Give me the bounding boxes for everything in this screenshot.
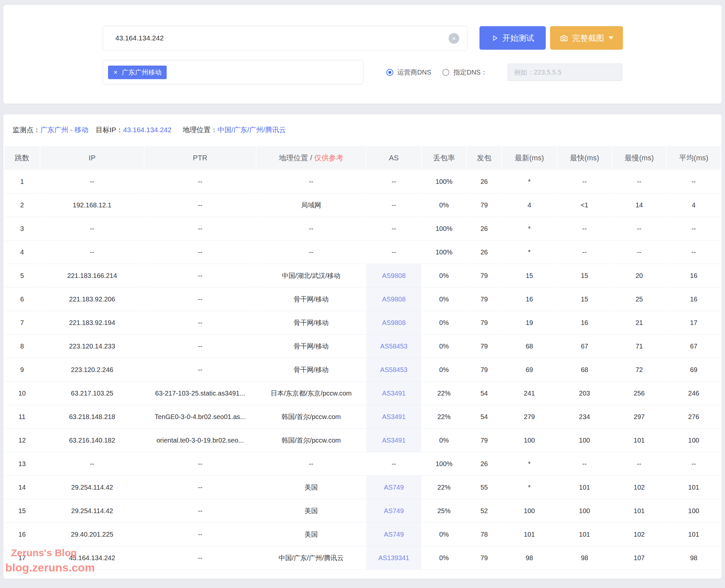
node-value-link[interactable]: 广东广州 - 移动 xyxy=(40,126,88,133)
table-row: 1263.216.140.182oriental.te0-3-0-19.br02… xyxy=(4,429,721,452)
cell-avg: -- xyxy=(667,240,721,264)
cell-fastest: <1 xyxy=(557,193,612,217)
as-link[interactable]: AS9808 xyxy=(382,272,406,279)
node-tag[interactable]: ✕ 广东广州移动 xyxy=(108,66,167,79)
cell-fastest: -- xyxy=(557,240,612,264)
cell-loss: 0% xyxy=(422,523,466,546)
cell-sent: 26 xyxy=(467,170,501,193)
as-link[interactable]: AS3491 xyxy=(382,413,406,420)
cell-loss: 100% xyxy=(422,217,466,240)
start-test-label: 开始测试 xyxy=(502,33,534,43)
full-screenshot-label: 完整截图 xyxy=(572,33,604,43)
cell-ip: 221.183.166.214 xyxy=(40,264,144,288)
cell-hop: 11 xyxy=(4,405,40,429)
clear-input-icon[interactable]: ✕ xyxy=(449,33,459,44)
as-link[interactable]: AS9808 xyxy=(382,319,406,326)
cell-slowest: -- xyxy=(612,240,666,264)
as-link[interactable]: AS749 xyxy=(384,484,403,491)
cell-ptr: -- xyxy=(144,193,256,217)
cell-ip: 223.120.14.233 xyxy=(40,335,144,358)
cell-as: AS58453 xyxy=(367,358,421,382)
table-row: 8223.120.14.233--骨干网/移动AS584530%79686771… xyxy=(4,335,721,358)
cell-fastest: -- xyxy=(557,217,612,240)
cell-avg: 101 xyxy=(667,476,721,499)
table-row: 4--------100%26*------ xyxy=(4,240,721,264)
cell-geo: 美国 xyxy=(256,476,366,499)
table-row: 7221.183.92.194--骨干网/移动AS98080%791916211… xyxy=(4,311,721,335)
cell-slowest: 101 xyxy=(612,429,666,452)
as-link[interactable]: AS58453 xyxy=(380,366,407,373)
cell-latest: 279 xyxy=(502,405,557,429)
as-link[interactable]: AS749 xyxy=(384,507,403,514)
cell-loss: 22% xyxy=(422,476,466,499)
cell-latest: 4 xyxy=(502,193,557,217)
node-label: 监测点： xyxy=(13,126,40,133)
col-header-sent: 发包 xyxy=(467,146,501,170)
cell-as: -- xyxy=(367,452,421,476)
cell-as: AS3491 xyxy=(367,405,421,429)
cell-fastest: 67 xyxy=(557,335,612,358)
as-link[interactable]: AS58453 xyxy=(380,342,407,350)
as-link[interactable]: AS139341 xyxy=(378,554,409,562)
cell-loss: 0% xyxy=(422,358,466,382)
carrier-dns-radio[interactable] xyxy=(386,69,393,76)
cell-geo: -- xyxy=(256,217,366,240)
cell-latest: 15 xyxy=(502,264,557,288)
cell-slowest: 107 xyxy=(612,546,666,570)
target-ip-input[interactable] xyxy=(103,26,467,50)
as-link[interactable]: AS9808 xyxy=(382,295,406,303)
cell-ip: 192.168.12.1 xyxy=(40,193,144,217)
node-select-box[interactable]: ✕ 广东广州移动 xyxy=(103,60,364,84)
cell-latest: 69 xyxy=(502,358,557,382)
table-row: 5221.183.166.214--中国/湖北/武汉/移动AS98080%791… xyxy=(4,264,721,288)
cell-ptr: TenGE0-3-0-4.br02.seo01.as... xyxy=(144,405,256,429)
table-row: 3--------100%26*------ xyxy=(4,217,721,240)
as-link[interactable]: AS3491 xyxy=(382,390,406,397)
cell-latest: * xyxy=(502,240,557,264)
camera-icon xyxy=(560,34,568,42)
table-row: 1743.164.134.242--中国/广东/广州/腾讯云AS1393410%… xyxy=(4,546,721,570)
node-tag-label: 广东广州移动 xyxy=(122,68,161,77)
cell-avg: 246 xyxy=(667,382,721,405)
target-ip-value-link[interactable]: 43.164.134.242 xyxy=(123,126,172,133)
cell-hop: 12 xyxy=(4,429,40,452)
cell-loss: 0% xyxy=(422,429,466,452)
cell-as: AS3491 xyxy=(367,429,421,452)
cell-geo: 骨干网/移动 xyxy=(256,288,366,311)
cell-fastest: -- xyxy=(557,170,612,193)
cell-as: AS9808 xyxy=(367,264,421,288)
cell-sent: 54 xyxy=(467,382,501,405)
cell-hop: 5 xyxy=(4,264,40,288)
custom-dns-label[interactable]: 指定DNS： xyxy=(453,68,487,77)
cell-ptr: oriental.te0-3-0-19.br02.seo... xyxy=(144,429,256,452)
as-link[interactable]: AS3491 xyxy=(382,437,406,444)
start-test-button[interactable]: 开始测试 xyxy=(479,26,546,50)
custom-dns-radio[interactable] xyxy=(442,69,449,76)
cell-ip: 63.216.140.182 xyxy=(40,429,144,452)
full-screenshot-button[interactable]: 完整截图 xyxy=(550,26,623,50)
col-header-ip: IP xyxy=(40,146,144,170)
cell-latest: 100 xyxy=(502,429,557,452)
tag-close-icon[interactable]: ✕ xyxy=(113,70,118,75)
col-header-hop: 跳数 xyxy=(4,146,40,170)
cell-sent: 26 xyxy=(467,452,501,476)
cell-geo: 美国 xyxy=(256,523,366,546)
cell-geo: 日本/东京都/东京/pccw.com xyxy=(256,382,366,405)
col-header-avg: 平均(ms) xyxy=(667,146,721,170)
cell-ptr: 63-217-103-25.static.as3491... xyxy=(144,382,256,405)
cell-slowest: 25 xyxy=(612,288,666,311)
cell-hop: 8 xyxy=(4,335,40,358)
geo-value-link[interactable]: 中国/广东/广州/腾讯云 xyxy=(218,126,286,133)
cell-hop: 17 xyxy=(4,546,40,570)
cell-ip: 63.217.103.25 xyxy=(40,382,144,405)
cell-geo: 骨干网/移动 xyxy=(256,358,366,382)
custom-dns-input[interactable] xyxy=(508,64,622,81)
carrier-dns-label[interactable]: 运营商DNS xyxy=(397,68,431,77)
cell-hop: 13 xyxy=(4,452,40,476)
as-link[interactable]: AS749 xyxy=(384,531,403,538)
cell-avg: 67 xyxy=(667,335,721,358)
cell-loss: 0% xyxy=(422,264,466,288)
cell-hop: 1 xyxy=(4,170,40,193)
cell-loss: 0% xyxy=(422,311,466,335)
cell-avg: 16 xyxy=(667,264,721,288)
